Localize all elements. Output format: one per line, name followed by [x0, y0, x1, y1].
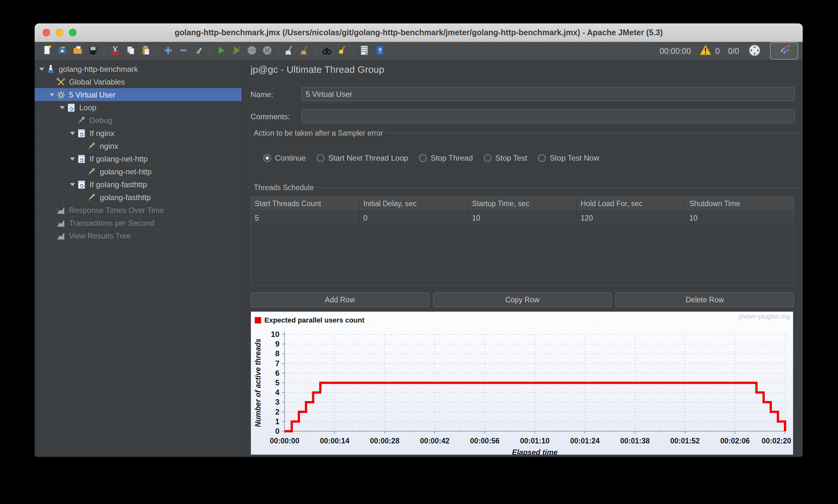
- tree-item-loop[interactable]: Loop: [35, 101, 242, 114]
- tree-item-view-results-tree[interactable]: View Results Tree: [35, 229, 242, 242]
- toolbar-clear-all-button[interactable]: [297, 43, 313, 58]
- svg-text:6: 6: [275, 369, 279, 377]
- toolbar-start-no-timers-button[interactable]: [229, 43, 244, 58]
- test-plan-tree: golang-http-benchmarkGlobal Variables5 V…: [35, 60, 242, 457]
- column-header[interactable]: Shutdown Time: [685, 197, 794, 211]
- svg-text:3: 3: [275, 398, 279, 406]
- clear-icon: [284, 45, 295, 57]
- tree-item-debug[interactable]: Debug: [35, 114, 242, 127]
- comments-input[interactable]: [301, 109, 795, 123]
- radio-circle-icon[interactable]: [484, 154, 491, 162]
- radio-stop-test-now[interactable]: Stop Test Now: [538, 154, 599, 163]
- radio-label: Stop Thread: [431, 154, 473, 163]
- toolbar-start-button[interactable]: [213, 43, 229, 58]
- radio-label: Stop Test: [495, 154, 527, 163]
- titlebar: golang-http-benchmark.jmx (/Users/nicola…: [35, 23, 803, 42]
- toolbar-shutdown-button[interactable]: [260, 43, 275, 58]
- toolbar-separator: [316, 45, 316, 57]
- name-input[interactable]: [301, 87, 795, 101]
- tree-item-nginx[interactable]: nginx: [35, 140, 242, 152]
- toolbar-clear-button[interactable]: [282, 43, 297, 58]
- radio-circle-icon[interactable]: [317, 154, 324, 162]
- radio-stop-thread[interactable]: Stop Thread: [419, 154, 473, 163]
- toolbar-separator: [210, 45, 210, 57]
- toolbar-new-button[interactable]: [39, 43, 54, 58]
- radio-circle-icon[interactable]: [419, 154, 427, 162]
- toolbar-search-button[interactable]: [319, 43, 335, 58]
- tree-item-global-variables[interactable]: Global Variables: [35, 75, 242, 88]
- tree-item-label: golang-net-http: [100, 167, 152, 176]
- toolbar-open-button[interactable]: [70, 43, 85, 58]
- tree-item-if-golang-net-http[interactable]: If golang-net-http: [35, 152, 242, 165]
- tree-item-golang-net-http[interactable]: golang-net-http: [35, 165, 242, 178]
- toolbar-collapse-all-button[interactable]: [176, 43, 191, 58]
- table-cell[interactable]: 0: [360, 211, 468, 226]
- svg-text:Elapsed time: Elapsed time: [512, 448, 558, 455]
- toolbar-toggle-button[interactable]: [191, 43, 207, 58]
- column-header[interactable]: Hold Load For, sec: [577, 197, 686, 211]
- svg-text:10: 10: [271, 330, 279, 339]
- svg-text:STOP: STOP: [249, 49, 255, 52]
- tree-item-label: If nginx: [89, 129, 114, 138]
- expander-arrow-icon[interactable]: [60, 106, 65, 109]
- tree-item-golang-fasthttp[interactable]: golang-fasthttp: [35, 191, 242, 203]
- function-helper-icon: [359, 45, 370, 57]
- active-threads-ratio: 0/0: [728, 47, 739, 56]
- tree-item-5-virtual-user[interactable]: 5 Virtual User: [35, 88, 242, 101]
- new-icon: [41, 45, 52, 57]
- radio-circle-icon[interactable]: [538, 154, 546, 162]
- table-cell[interactable]: 120: [577, 211, 686, 226]
- toolbar-separator: [104, 45, 104, 57]
- table-cell[interactable]: 10: [468, 211, 577, 226]
- tree-item-if-nginx[interactable]: If nginx: [35, 127, 242, 140]
- toolbar-expand-all-button[interactable]: [160, 43, 176, 58]
- radio-stop-test[interactable]: Stop Test: [484, 154, 527, 163]
- radio-label: Continue: [275, 154, 306, 163]
- toolbar-function-helper-button[interactable]: [357, 43, 372, 58]
- copy-icon: [125, 45, 136, 57]
- toolbar-templates-button[interactable]: [54, 43, 70, 58]
- table-cell[interactable]: 5: [251, 211, 360, 226]
- expander-arrow-icon[interactable]: [39, 68, 44, 71]
- error-count: 0: [715, 47, 720, 56]
- svg-text:0: 0: [275, 427, 279, 435]
- column-header[interactable]: Start Threads Count: [251, 197, 360, 211]
- delete-row-button[interactable]: Delete Row: [615, 292, 794, 307]
- sampler-green-icon: [87, 192, 97, 203]
- table-cell[interactable]: 10: [685, 211, 794, 226]
- tree-item-response-times-over-time[interactable]: Response Times Over Time: [35, 203, 242, 216]
- listener-chart-icon: [56, 218, 66, 228]
- expander-arrow-icon[interactable]: [70, 132, 75, 135]
- column-header[interactable]: Startup Time, sec: [468, 197, 577, 211]
- plugins-manager-button[interactable]: [770, 42, 798, 60]
- radio-continue[interactable]: Continue: [263, 154, 306, 163]
- toolbar-paste-button[interactable]: [138, 43, 154, 58]
- svg-text:00:02:06: 00:02:06: [720, 437, 750, 445]
- toolbar-search-reset-button[interactable]: [335, 43, 350, 58]
- expander-arrow-icon[interactable]: [49, 93, 54, 96]
- toolbar-copy-button[interactable]: [123, 43, 138, 58]
- column-header[interactable]: Initial Delay, sec: [360, 197, 468, 211]
- radio-circle-icon[interactable]: [263, 154, 271, 162]
- row-buttons: Add RowCopy RowDelete Row: [250, 292, 794, 307]
- tree-item-golang-http-benchmark[interactable]: golang-http-benchmark: [35, 62, 242, 75]
- tree-item-if-golang-fasthttp[interactable]: If golang-fasthttp: [35, 178, 242, 191]
- templates-icon: [57, 45, 68, 57]
- toggle-icon: [193, 45, 204, 57]
- warning-icon[interactable]: [699, 43, 712, 58]
- toolbar-stop-button[interactable]: STOP: [244, 43, 260, 58]
- chart-legend: Expected parallel users count: [255, 316, 365, 324]
- add-row-button[interactable]: Add Row: [250, 292, 429, 307]
- tree-item-transactions-per-second[interactable]: Transactions per Second: [35, 216, 242, 229]
- svg-text:Number of active threads: Number of active threads: [254, 339, 262, 427]
- copy-row-button[interactable]: Copy Row: [433, 292, 612, 307]
- jmeter-window: golang-http-benchmark.jmx (/Users/nicola…: [35, 23, 803, 457]
- toolbar-cut-button[interactable]: [107, 43, 123, 58]
- toolbar-save-button[interactable]: [85, 43, 101, 58]
- expander-arrow-icon[interactable]: [70, 183, 75, 186]
- radio-start-next-thread-loop[interactable]: Start Next Thread Loop: [317, 154, 408, 163]
- panel-title: jp@gc - Ultimate Thread Group: [250, 64, 384, 75]
- expander-arrow-icon[interactable]: [70, 158, 75, 161]
- tree-item-label: nginx: [100, 142, 118, 151]
- toolbar-help-button[interactable]: ?: [372, 43, 387, 58]
